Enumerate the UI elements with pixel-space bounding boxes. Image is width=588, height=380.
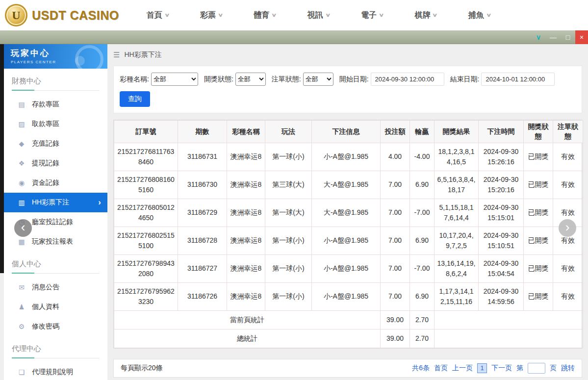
- column-header: 注單狀態: [553, 121, 583, 143]
- funds-record-icon: ◉: [18, 179, 26, 187]
- table-cell: -7.00: [410, 199, 435, 227]
- first-page-link[interactable]: 首页: [434, 364, 448, 373]
- logo-text: USDT CASINO: [32, 8, 119, 23]
- window-collapse-button[interactable]: ∨: [531, 30, 546, 44]
- table-cell: 2024-09-30 14:59:56: [479, 282, 524, 310]
- window-minimize-button[interactable]: —: [546, 30, 561, 44]
- carousel-next-button[interactable]: ›: [559, 219, 576, 237]
- table-cell: 31186731: [178, 143, 227, 171]
- table-cell: 小-A盤@1.985: [312, 143, 381, 171]
- sidebar-item-lottery-bet[interactable]: ▥HH彩票下注›: [4, 193, 107, 212]
- lottery-bet-icon: ▥: [18, 199, 26, 206]
- table-cell: 6.90: [410, 282, 435, 310]
- jump-prefix-label: 第: [516, 364, 523, 373]
- lottery-type-select[interactable]: 全部: [151, 73, 198, 86]
- jump-button[interactable]: 跳转: [561, 364, 575, 373]
- sidebar-item-label: 充值記錄: [32, 139, 59, 148]
- table-cell: 2024-09-30 15:04:54: [479, 254, 524, 282]
- nav-item-lottery[interactable]: 彩票∨: [200, 10, 222, 21]
- column-header: 開獎狀態: [524, 121, 553, 143]
- table-cell: 第一球(小): [265, 227, 312, 254]
- sidebar-item-label: 個人資料: [32, 303, 59, 311]
- nav-item-live-video[interactable]: 視訊∨: [307, 10, 330, 21]
- column-header: 玩法: [265, 121, 312, 143]
- table-cell: 小-A盤@1.985: [312, 282, 381, 310]
- table-cell: 13,16,14,19,8,6,2,4: [435, 254, 479, 282]
- nav-item-sports[interactable]: 體育∨: [254, 10, 276, 21]
- end-date-input[interactable]: [481, 73, 555, 86]
- pager-controls: 共6条 首页 上一页 1 下一页 第 页 跳转: [412, 363, 575, 374]
- table-cell: 4.00: [381, 143, 410, 171]
- withdraw-icon: ▨: [18, 120, 26, 128]
- sidebar-item-label: 提現記錄: [32, 159, 59, 168]
- search-button[interactable]: 查詢: [120, 91, 150, 107]
- sidebar-item-funds-record[interactable]: ◉資金記錄: [4, 173, 107, 193]
- table-cell: 2152172767959623230: [114, 282, 178, 310]
- menu-toggle-icon[interactable]: ☰: [113, 51, 120, 59]
- chevron-down-icon: ∨: [272, 13, 277, 18]
- table-cell: 31186726: [178, 282, 227, 310]
- table-cell: 1,17,3,14,12,15,11,16: [435, 282, 479, 310]
- window-maximize-button[interactable]: □: [561, 30, 575, 44]
- nav-item-slots[interactable]: 電子∨: [361, 10, 383, 21]
- sidebar-item-agent-rules[interactable]: ❏代理規則說明: [4, 362, 107, 380]
- logo-icon: U: [5, 4, 27, 26]
- start-date-input[interactable]: [371, 73, 444, 86]
- table-cell: 澳洲幸运8: [227, 282, 265, 310]
- recharge-record-icon: ◆: [18, 140, 26, 148]
- column-header: 輸贏: [410, 121, 435, 143]
- notice-icon: ✉: [18, 283, 26, 291]
- sidebar-item-profile[interactable]: ♟個人資料: [4, 297, 107, 317]
- table-cell: 小-A盤@1.985: [312, 254, 381, 282]
- table-cell: 6.90: [410, 171, 435, 199]
- sidebar-item-deposit[interactable]: ▤存款專區: [4, 95, 107, 114]
- sidebar-item-recharge-record[interactable]: ◆充值記錄: [4, 134, 107, 153]
- sidebar-item-cashout-record[interactable]: ❖提現記錄: [4, 153, 107, 173]
- table-cell: 澳洲幸运8: [227, 143, 265, 171]
- summary-label: 當前頁統計: [114, 310, 381, 329]
- filter-panel: 彩種名稱: 全部 開獎狀態: 全部 注單狀態: 全部 開始日期: 結束日期: 查…: [113, 66, 582, 113]
- table-cell: 已開獎: [524, 143, 553, 171]
- table-cell: 澳洲幸运8: [227, 254, 265, 282]
- table-cell: 31186730: [178, 171, 227, 199]
- page-jump-input[interactable]: [528, 363, 545, 374]
- sidebar-item-notice[interactable]: ✉消息公告: [4, 278, 107, 297]
- sidebar-item-password[interactable]: ⚙修改密碼: [4, 317, 107, 336]
- total-count-label: 共6条: [412, 364, 430, 373]
- sidebar-title: 玩家中心: [11, 48, 101, 59]
- window-titlebar: ∨ — □ ×: [0, 30, 588, 44]
- bets-table: 訂單號期數彩種名稱玩法下注信息投注額輸贏開獎結果下注時間開獎狀態注單狀態 215…: [114, 120, 583, 348]
- table-cell: 2152172768025155100: [114, 227, 178, 254]
- sidebar-item-withdraw[interactable]: ▨取款專區: [4, 114, 107, 134]
- table-cell: 2024-09-30 15:10:51: [479, 227, 524, 254]
- current-page-indicator[interactable]: 1: [477, 363, 487, 373]
- carousel-prev-button[interactable]: ‹: [14, 219, 32, 237]
- table-cell: 有效: [553, 282, 583, 310]
- lottery-type-label: 彩種名稱:: [120, 75, 149, 84]
- nav-item-home[interactable]: 首頁∨: [147, 10, 169, 21]
- order-status-select[interactable]: 全部: [303, 73, 333, 86]
- next-page-link[interactable]: 下一页: [491, 364, 512, 373]
- logo[interactable]: U USDT CASINO: [0, 4, 119, 26]
- table-cell: 第一球(小): [265, 143, 312, 171]
- sidebar-item-label: HH彩票下注: [32, 198, 69, 207]
- sidebar-item-label: 存款專區: [32, 100, 59, 109]
- nav-item-fishing[interactable]: 捕魚∨: [468, 10, 490, 21]
- profile-icon: ♟: [18, 303, 26, 311]
- pagination-bar: 每頁顯示20條 共6条 首页 上一页 1 下一页 第 页 跳转: [113, 359, 582, 378]
- table-cell: 大-A盤@1.985: [312, 199, 381, 227]
- table-cell: 澳洲幸运8: [227, 199, 265, 227]
- prev-page-link[interactable]: 上一页: [452, 364, 473, 373]
- table-cell: 小-A盤@1.985: [312, 227, 381, 254]
- table-cell: -7.00: [410, 254, 435, 282]
- table-cell: 已開獎: [524, 171, 553, 199]
- column-header: 彩種名稱: [227, 121, 265, 143]
- cashout-record-icon: ❖: [18, 159, 26, 167]
- table-cell: 第一球(小): [265, 282, 312, 310]
- draw-status-select[interactable]: 全部: [235, 73, 266, 86]
- background-strip: [0, 44, 4, 273]
- chevron-down-icon: ∨: [218, 13, 223, 18]
- chevron-down-icon: ∨: [164, 13, 170, 18]
- window-close-button[interactable]: ×: [575, 30, 588, 44]
- nav-item-board-games[interactable]: 棋牌∨: [414, 10, 436, 21]
